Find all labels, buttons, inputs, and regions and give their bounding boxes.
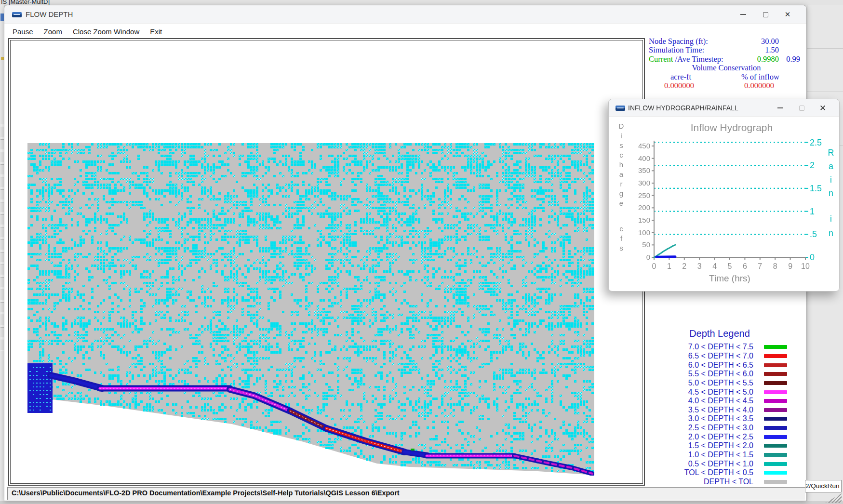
legend-row: 7.0 < DEPTH < 7.5 bbox=[671, 343, 792, 352]
right-tick-label: 0 bbox=[810, 252, 815, 262]
ave-timestep-label: /Ave Timestep: bbox=[673, 54, 723, 64]
menu-item-zoom[interactable]: Zoom bbox=[39, 27, 67, 36]
legend-color-bar bbox=[764, 381, 787, 385]
legend-row: 6.0 < DEPTH < 6.5 bbox=[671, 360, 792, 370]
right-tick-label: 2 bbox=[810, 160, 815, 170]
y-axis-left-label: i bbox=[620, 132, 622, 140]
maximize-button[interactable] bbox=[791, 99, 812, 117]
legend-color-bar bbox=[764, 390, 787, 394]
panel-divider bbox=[807, 92, 843, 92]
inflow-hydrograph-chart: Inflow HydrographDischargecfsRainin2.521… bbox=[609, 117, 840, 292]
flo2d-app-icon bbox=[616, 106, 625, 111]
y-axis-left-label: f bbox=[620, 234, 623, 242]
y-axis-left-label: r bbox=[620, 180, 623, 188]
hydrograph-titlebar[interactable]: INFLOW HYDROGRAPH/RAINFALL ✕ bbox=[609, 99, 839, 117]
legend-row: DEPTH < TOL bbox=[671, 477, 792, 487]
inflow-hydrograph-window: INFLOW HYDROGRAPH/RAINFALL ✕ Inflow Hydr… bbox=[608, 99, 840, 292]
node-spacing-label: Node Spacing (ft): bbox=[649, 37, 708, 46]
legend-row: TOL < DEPTH < 0.5 bbox=[671, 468, 792, 477]
legend-label: 1.0 < DEPTH < 1.5 bbox=[671, 451, 753, 459]
close-button[interactable]: ✕ bbox=[812, 99, 833, 117]
flo2d-app-icon bbox=[12, 12, 22, 17]
legend-color-bar bbox=[764, 372, 787, 376]
minimize-button[interactable] bbox=[770, 99, 791, 117]
minimize-button[interactable] bbox=[732, 5, 754, 24]
legend-row: 1.0 < DEPTH < 1.5 bbox=[671, 451, 792, 460]
y-axis-left-label: D bbox=[619, 122, 624, 130]
current-label: Current bbox=[649, 54, 673, 64]
close-icon: ✕ bbox=[785, 10, 791, 19]
menu-item-pause[interactable]: Pause bbox=[7, 27, 39, 36]
right-tick-label: .5 bbox=[810, 229, 817, 239]
left-tick-label: 200 bbox=[638, 203, 650, 212]
legend-label: 5.0 < DEPTH < 5.5 bbox=[671, 379, 753, 387]
legend-color-bar bbox=[764, 480, 787, 484]
legend-rows: 7.0 < DEPTH < 7.56.5 < DEPTH < 7.06.0 < … bbox=[671, 343, 792, 486]
legend-row: 3.5 < DEPTH < 4.0 bbox=[671, 405, 792, 414]
background-app-title: IS [Master-MultD] bbox=[1, 0, 50, 5]
quickrun-status-cell: 2/QuickRun bbox=[805, 480, 842, 492]
pct-inflow-label: % of inflow bbox=[741, 73, 779, 81]
legend-color-bar bbox=[764, 435, 787, 439]
legend-color-bar bbox=[764, 444, 787, 448]
panel-divider bbox=[807, 48, 843, 49]
x-tick-label: 1 bbox=[667, 262, 671, 270]
y-axis-left-label: s bbox=[619, 244, 623, 252]
axes bbox=[654, 141, 805, 257]
left-tick-label: 350 bbox=[638, 166, 650, 174]
legend-label: 7.0 < DEPTH < 7.5 bbox=[671, 343, 753, 351]
background-bottom-strip bbox=[0, 501, 843, 504]
series-inflow-discharge bbox=[656, 257, 675, 257]
legend-label: 2.0 < DEPTH < 2.5 bbox=[671, 433, 753, 441]
flow-depth-titlebar[interactable]: FLOW DEPTH ✕ bbox=[4, 5, 806, 24]
close-button[interactable]: ✕ bbox=[776, 5, 799, 24]
legend-label: 1.5 < DEPTH < 2.0 bbox=[671, 441, 753, 450]
x-tick-label: 8 bbox=[773, 262, 777, 270]
depth-legend: Depth Legend 7.0 < DEPTH < 7.56.5 < DEPT… bbox=[671, 328, 792, 486]
sim-time-value: 1.50 bbox=[765, 46, 779, 54]
left-tick-label: 300 bbox=[638, 179, 650, 187]
maximize-icon bbox=[799, 106, 804, 111]
y-axis-left-label: c bbox=[619, 225, 623, 233]
legend-label: 2.5 < DEPTH < 3.0 bbox=[671, 424, 753, 432]
menu-item-exit[interactable]: Exit bbox=[145, 27, 167, 36]
left-tick-label: 400 bbox=[638, 154, 650, 162]
legend-color-bar bbox=[764, 354, 787, 358]
pct-inflow-value: 0.000000 bbox=[744, 81, 774, 90]
left-tick-label: 450 bbox=[638, 142, 650, 150]
legend-row: 5.0 < DEPTH < 5.5 bbox=[671, 379, 792, 388]
legend-row: 4.0 < DEPTH < 4.5 bbox=[671, 397, 792, 406]
simulation-stats: Node Spacing (ft):30.00 Simulation Time:… bbox=[649, 37, 804, 90]
legend-row: 2.0 < DEPTH < 2.5 bbox=[671, 432, 792, 441]
menu-item-close-zoom-window[interactable]: Close Zoom Window bbox=[67, 27, 145, 36]
x-tick-label: 7 bbox=[758, 262, 762, 270]
maximize-icon bbox=[763, 12, 768, 17]
background-window-strip: IS [Master-MultD] bbox=[0, 0, 843, 5]
node-spacing-value: 30.00 bbox=[761, 37, 779, 46]
legend-color-bar bbox=[764, 471, 787, 475]
acre-ft-label: acre-ft bbox=[670, 73, 691, 81]
left-tick-label: 50 bbox=[642, 240, 650, 249]
x-tick-label: 4 bbox=[712, 262, 717, 270]
left-tick-label: 100 bbox=[638, 228, 650, 237]
x-tick-label: 5 bbox=[728, 262, 732, 270]
x-tick-label: 6 bbox=[743, 262, 747, 270]
maximize-button[interactable] bbox=[754, 5, 776, 24]
x-tick-label: 0 bbox=[652, 262, 656, 270]
y-axis-left-label: g bbox=[619, 189, 623, 198]
y-axis-right-label: R bbox=[828, 148, 834, 158]
x-axis-label: Time (hrs) bbox=[709, 273, 750, 283]
y-axis-right-label: i bbox=[830, 175, 832, 185]
y-axis-left-label: s bbox=[619, 141, 623, 149]
y-axis-left-label: c bbox=[619, 151, 623, 159]
legend-label: 6.0 < DEPTH < 6.5 bbox=[671, 361, 753, 370]
x-tick-label: 10 bbox=[801, 262, 810, 270]
legend-row: 1.5 < DEPTH < 2.0 bbox=[671, 441, 792, 451]
legend-title: Depth Legend bbox=[671, 328, 768, 339]
left-tick-label: 0 bbox=[646, 253, 650, 261]
legend-color-bar bbox=[764, 408, 787, 412]
chart-title: Inflow Hydrograph bbox=[691, 122, 773, 133]
flow-menubar: PauseZoomClose Zoom WindowExit bbox=[7, 25, 167, 38]
legend-row: 2.5 < DEPTH < 3.0 bbox=[671, 424, 792, 433]
flood-depth-map[interactable] bbox=[27, 143, 594, 476]
